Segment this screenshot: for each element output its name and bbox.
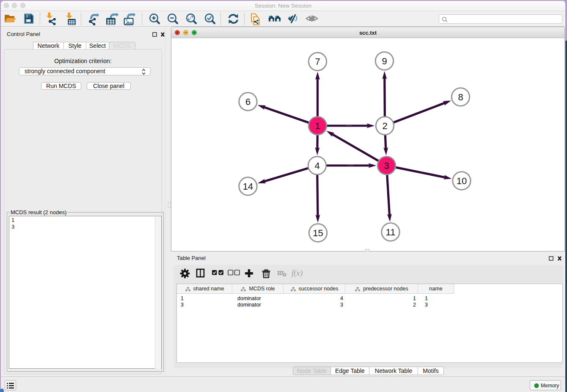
svg-text:4: 4 (314, 160, 319, 171)
svg-text:15: 15 (313, 228, 323, 238)
svg-text:6: 6 (245, 97, 250, 107)
svg-text:3: 3 (384, 160, 389, 171)
svg-text:10: 10 (457, 176, 467, 186)
svg-text:11: 11 (386, 227, 396, 237)
svg-text:8: 8 (458, 92, 463, 102)
svg-text:2: 2 (382, 121, 387, 131)
svg-text:1: 1 (315, 121, 320, 131)
svg-text:14: 14 (243, 181, 253, 192)
svg-text:7: 7 (315, 56, 320, 67)
svg-text:9: 9 (382, 56, 387, 66)
